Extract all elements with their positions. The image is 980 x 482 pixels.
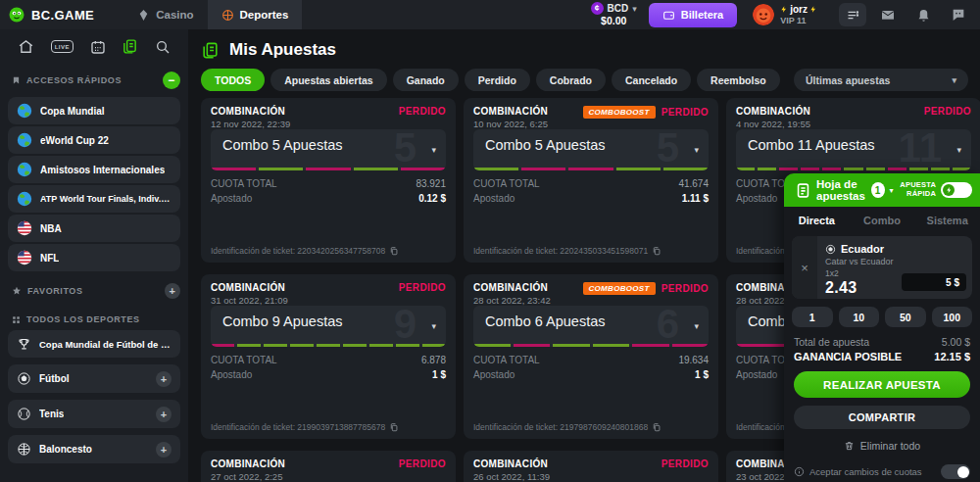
topbar: BC.GAME Casino Deportes ¢ BCD ▾ $0.00 bbox=[0, 0, 980, 29]
filter-cancelado[interactable]: Cancelado bbox=[612, 69, 691, 91]
stake-input[interactable]: 5 $ bbox=[902, 273, 966, 291]
tab-deportes[interactable]: Deportes bbox=[208, 0, 303, 29]
sidebar-item-futbol[interactable]: Fútbol + bbox=[8, 364, 180, 393]
leg-lost-segment bbox=[632, 344, 669, 347]
amount-1-button[interactable]: 1 bbox=[792, 307, 833, 327]
mail-icon[interactable] bbox=[874, 3, 902, 26]
betslip-header[interactable]: Hoja de apuestas 1 ▾ APUESTA RÁPIDA bbox=[784, 173, 980, 207]
search-icon[interactable] bbox=[155, 39, 171, 55]
tab-combo[interactable]: Combo bbox=[850, 215, 915, 226]
user-meta[interactable]: jorz VIP 11 bbox=[780, 4, 817, 26]
combo-panel[interactable]: Combo 6 Apuestas 6 ▾ bbox=[473, 306, 709, 347]
brand[interactable]: BC.GAME bbox=[0, 6, 106, 24]
chevron-down-icon[interactable]: ▾ bbox=[694, 145, 699, 155]
combo-title: Combo 11 Apuestas bbox=[748, 137, 875, 153]
combo-panel[interactable]: Combo 11 Apuestas 11 ▾ bbox=[736, 129, 971, 170]
combo-panel[interactable]: Combo 5 Apuestas 5 ▾ bbox=[473, 129, 709, 170]
copy-icon[interactable] bbox=[389, 246, 399, 256]
add-favorite-button[interactable]: + bbox=[165, 283, 180, 299]
live-icon[interactable]: LIVE bbox=[51, 40, 74, 53]
place-bet-button[interactable]: REALIZAR APUESTA bbox=[794, 371, 970, 398]
bet-list-icon[interactable] bbox=[839, 3, 866, 26]
expand-futbol-button[interactable]: + bbox=[156, 371, 172, 387]
bet-card[interactable]: COMBINACIÓN 31 oct 2022, 21:09 PERDIDO C… bbox=[201, 274, 456, 439]
home-icon[interactable] bbox=[18, 38, 34, 55]
chevron-down-icon[interactable]: ▾ bbox=[694, 321, 699, 331]
sidebar-item-tenis[interactable]: Tenis + bbox=[8, 400, 180, 428]
sidebar-item-copa-mundial[interactable]: Copa Mundial bbox=[8, 97, 180, 124]
leg-won-segment bbox=[237, 344, 261, 347]
filter-todos[interactable]: TODOS bbox=[201, 69, 265, 91]
chevron-down-icon: ▾ bbox=[890, 186, 894, 195]
wallet-button[interactable]: Billetera bbox=[649, 3, 737, 27]
stake-value: 0.12 $ bbox=[418, 193, 446, 204]
filter-apuestas-abiertas[interactable]: Apuestas abiertas bbox=[270, 69, 386, 91]
bet-type: COMBINACIÓN bbox=[473, 282, 551, 293]
quick-bet-toggle[interactable] bbox=[941, 182, 972, 198]
cuota-label: CUOTA TOTAL bbox=[473, 355, 540, 365]
sidebar-item-nba[interactable]: NBA bbox=[8, 215, 180, 242]
amount-50-button[interactable]: 50 bbox=[885, 307, 926, 327]
bet-card[interactable]: COMBINACIÓN 12 nov 2022, 22:39 PERDIDO C… bbox=[201, 98, 456, 263]
filter-ganado[interactable]: Ganado bbox=[393, 69, 459, 91]
sidebar-item-atp-finals[interactable]: ATP World Tour Finals, Indiv. Masc. bbox=[8, 185, 180, 213]
screen: BC.GAME Casino Deportes ¢ BCD ▾ $0.00 bbox=[0, 0, 980, 482]
chevron-down-icon[interactable]: ▾ bbox=[956, 145, 961, 155]
tab-sistema[interactable]: Sistema bbox=[914, 215, 980, 226]
sidebar-item-baloncesto[interactable]: Baloncesto + bbox=[8, 435, 180, 463]
filter-reembolso[interactable]: Reembolso bbox=[697, 69, 780, 91]
bet-card[interactable]: COMBINACIÓN 26 oct 2022, 11:39 PERDIDO ▾ bbox=[464, 451, 718, 482]
chat-icon[interactable] bbox=[945, 3, 972, 26]
remove-selection-button[interactable]: × bbox=[792, 236, 817, 299]
collapse-quick-access-button[interactable]: − bbox=[163, 72, 180, 89]
accept-odds-toggle[interactable] bbox=[941, 464, 970, 479]
chevron-down-icon[interactable]: ▾ bbox=[431, 145, 436, 155]
cuota-value: 83.921 bbox=[416, 178, 446, 189]
chevron-down-icon: ▾ bbox=[632, 4, 637, 14]
tab-directa[interactable]: Directa bbox=[784, 215, 850, 226]
sort-dropdown[interactable]: Últimas apuestas ▾ bbox=[794, 69, 968, 91]
my-bets-icon bbox=[201, 41, 220, 60]
stake-value: 1 $ bbox=[695, 369, 709, 380]
bcgame-logo-icon bbox=[8, 6, 25, 24]
bet-card[interactable]: COMBINACIÓN 28 oct 2022, 23:42 COMBOBOOS… bbox=[464, 274, 718, 439]
filter-perdido[interactable]: Perdido bbox=[465, 69, 530, 91]
legs-progress bbox=[211, 344, 446, 347]
calendar-icon[interactable] bbox=[90, 39, 106, 55]
bell-icon[interactable] bbox=[909, 3, 937, 26]
combo-title: Combo 6 Apuestas bbox=[485, 313, 606, 329]
chevron-down-icon[interactable]: ▾ bbox=[431, 321, 436, 331]
bet-card[interactable]: COMBINACIÓN 10 nov 2022, 6:25 COMBOBOOST… bbox=[464, 98, 718, 263]
soccer-icon bbox=[17, 371, 31, 386]
legs-progress bbox=[473, 344, 709, 347]
amount-100-button[interactable]: 100 bbox=[932, 307, 973, 327]
currency-selector[interactable]: ¢ BCD ▾ $0.00 bbox=[591, 2, 637, 26]
expand-baloncesto-button[interactable]: + bbox=[156, 442, 172, 458]
combo-count-watermark: 6 bbox=[657, 306, 679, 347]
sidebar-item-world-cup-2022[interactable]: Copa Mundial de Fútbol de 2022 bbox=[8, 330, 180, 358]
copy-icon[interactable] bbox=[389, 422, 399, 432]
expand-tenis-button[interactable]: + bbox=[156, 407, 172, 422]
combo-panel[interactable]: Combo 9 Apuestas 9 ▾ bbox=[211, 306, 446, 347]
stake-value: 1.11 $ bbox=[682, 193, 709, 204]
tab-casino[interactable]: Casino bbox=[123, 0, 207, 29]
copy-icon[interactable] bbox=[652, 246, 662, 256]
sidebar-item-amistosos[interactable]: Amistosos Internacionales bbox=[8, 156, 180, 183]
my-bets-icon[interactable] bbox=[122, 38, 138, 55]
amount-10-button[interactable]: 10 bbox=[839, 307, 880, 327]
filter-cobrado[interactable]: Cobrado bbox=[536, 69, 606, 91]
leg-won-segment bbox=[953, 168, 971, 170]
remove-all-button[interactable]: Eliminar todo bbox=[784, 440, 980, 452]
copy-icon[interactable] bbox=[652, 422, 662, 432]
globe-icon bbox=[17, 162, 32, 177]
share-button[interactable]: COMPARTIR bbox=[794, 406, 970, 429]
bet-card[interactable]: COMBINACIÓN 27 oct 2022, 2:25 PERDIDO ▾ bbox=[201, 451, 456, 482]
leg-lost-segment bbox=[401, 168, 446, 170]
leg-lost-segment bbox=[568, 168, 613, 170]
leg-won-segment bbox=[553, 344, 590, 347]
combo-panel[interactable]: Combo 5 Apuestas 5 ▾ bbox=[211, 129, 446, 170]
avatar[interactable] bbox=[753, 4, 774, 25]
sidebar-item-nfl[interactable]: NFL bbox=[8, 244, 180, 271]
sidebar-item-eworld-cup[interactable]: eWorld Cup 22 bbox=[8, 126, 180, 154]
comboboost-badge: COMBOBOOST bbox=[583, 282, 656, 295]
